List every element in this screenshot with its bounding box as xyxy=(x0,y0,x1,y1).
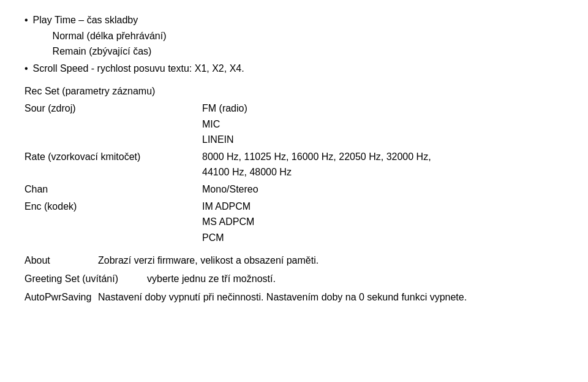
rec-set-header: Rec Set (parametry záznamu) xyxy=(24,83,564,99)
chan-value: Mono/Stereo xyxy=(202,181,564,197)
rate-value-1: 8000 Hz, 11025 Hz, 16000 Hz, 22050 Hz, 3… xyxy=(202,149,564,165)
bullet-symbol-1: • xyxy=(24,12,28,28)
greeting-row: Greeting Set (uvítání) vyberte jednu ze … xyxy=(24,271,564,287)
sour-label-text: Sour (zdroj) xyxy=(24,103,76,113)
autopwr-label: AutoPwrSaving xyxy=(24,289,98,305)
rec-section: Rec Set (parametry záznamu) Sour (zdroj)… xyxy=(24,83,564,245)
rate-value: 8000 Hz, 11025 Hz, 16000 Hz, 22050 Hz, 3… xyxy=(202,149,564,180)
enc-value-2: MS ADPCM xyxy=(202,214,564,230)
sour-value-1: FM (radio) xyxy=(202,101,564,117)
sour-value-2: MIC xyxy=(202,117,564,132)
autopwr-row: AutoPwrSaving Nastavení doby vypnutí při… xyxy=(24,289,564,305)
enc-value: IM ADPCM MS ADPCM PCM xyxy=(202,199,564,246)
scroll-speed-text: Scroll Speed - rychlost posuvu textu: X1… xyxy=(33,61,244,77)
sour-label: Sour (zdroj) xyxy=(24,101,202,148)
enc-label-text: Enc (kodek) xyxy=(24,201,77,212)
sour-row: Sour (zdroj) FM (radio) MIC LINEIN xyxy=(24,101,564,148)
bullet-symbol-2: • xyxy=(24,61,28,77)
rate-label-text: Rate (vzorkovací kmitočet) xyxy=(24,151,140,162)
greeting-label: Greeting Set (uvítání) xyxy=(24,271,147,287)
chan-row: Chan Mono/Stereo xyxy=(24,181,564,197)
rec-set-title: Rec Set (parametry záznamu) xyxy=(24,86,155,96)
greeting-text: vyberte jednu ze tří možností. xyxy=(147,271,276,287)
autopwr-text: Nastavení doby vypnutí při nečinnosti. N… xyxy=(98,289,564,305)
play-time-sub-2: Remain (zbývající čas) xyxy=(53,44,167,59)
page-content: • Play Time – čas skladby Normal (délka … xyxy=(0,0,588,319)
enc-value-3: PCM xyxy=(202,230,564,246)
chan-label-text: Chan xyxy=(24,184,48,194)
sour-value: FM (radio) MIC LINEIN xyxy=(202,101,564,148)
enc-label: Enc (kodek) xyxy=(24,199,202,246)
play-time-main: Play Time – čas skladby xyxy=(33,15,138,25)
rate-row: Rate (vzorkovací kmitočet) 8000 Hz, 1102… xyxy=(24,149,564,180)
play-time-item: • Play Time – čas skladby Normal (délka … xyxy=(24,12,564,59)
rate-label: Rate (vzorkovací kmitočet) xyxy=(24,149,202,180)
bullet-section: • Play Time – čas skladby Normal (délka … xyxy=(24,12,564,76)
about-label-text: About xyxy=(24,255,50,265)
enc-value-1: IM ADPCM xyxy=(202,199,564,215)
autopwr-label-text: AutoPwrSaving xyxy=(24,292,91,302)
about-label: About xyxy=(24,253,98,269)
play-time-content: Play Time – čas skladby Normal (délka př… xyxy=(33,12,167,59)
greeting-label-text: Greeting Set (uvítání) xyxy=(24,273,118,284)
scroll-speed-item: • Scroll Speed - rychlost posuvu textu: … xyxy=(24,61,564,77)
play-time-sub-1: Normal (délka přehrávání) xyxy=(53,28,167,44)
about-row: About Zobrazí verzi firmware, velikost a… xyxy=(24,253,564,269)
enc-row: Enc (kodek) IM ADPCM MS ADPCM PCM xyxy=(24,199,564,246)
about-text: Zobrazí verzi firmware, velikost a obsaz… xyxy=(98,253,318,269)
chan-label: Chan xyxy=(24,181,202,197)
rate-value-2: 44100 Hz, 48000 Hz xyxy=(202,164,564,180)
sour-value-3: LINEIN xyxy=(202,132,564,148)
chan-value-1: Mono/Stereo xyxy=(202,181,564,197)
